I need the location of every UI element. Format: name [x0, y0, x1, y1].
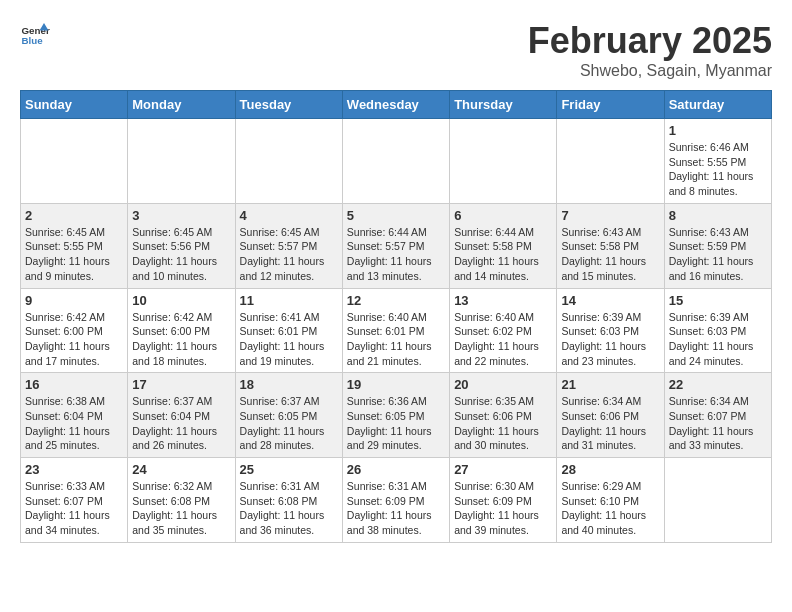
day-info: Sunrise: 6:34 AM Sunset: 6:06 PM Dayligh…	[561, 394, 659, 453]
calendar-cell: 2Sunrise: 6:45 AM Sunset: 5:55 PM Daylig…	[21, 203, 128, 288]
day-info: Sunrise: 6:37 AM Sunset: 6:05 PM Dayligh…	[240, 394, 338, 453]
logo[interactable]: General Blue	[20, 20, 50, 50]
day-info: Sunrise: 6:42 AM Sunset: 6:00 PM Dayligh…	[25, 310, 123, 369]
weekday-header-tuesday: Tuesday	[235, 91, 342, 119]
day-info: Sunrise: 6:38 AM Sunset: 6:04 PM Dayligh…	[25, 394, 123, 453]
day-info: Sunrise: 6:43 AM Sunset: 5:58 PM Dayligh…	[561, 225, 659, 284]
day-number: 15	[669, 293, 767, 308]
day-number: 7	[561, 208, 659, 223]
calendar-cell: 22Sunrise: 6:34 AM Sunset: 6:07 PM Dayli…	[664, 373, 771, 458]
day-number: 4	[240, 208, 338, 223]
calendar-cell: 20Sunrise: 6:35 AM Sunset: 6:06 PM Dayli…	[450, 373, 557, 458]
day-info: Sunrise: 6:46 AM Sunset: 5:55 PM Dayligh…	[669, 140, 767, 199]
calendar-cell	[128, 119, 235, 204]
calendar-cell: 9Sunrise: 6:42 AM Sunset: 6:00 PM Daylig…	[21, 288, 128, 373]
day-number: 26	[347, 462, 445, 477]
day-info: Sunrise: 6:45 AM Sunset: 5:56 PM Dayligh…	[132, 225, 230, 284]
day-number: 20	[454, 377, 552, 392]
day-info: Sunrise: 6:31 AM Sunset: 6:09 PM Dayligh…	[347, 479, 445, 538]
weekday-header-friday: Friday	[557, 91, 664, 119]
calendar-cell: 25Sunrise: 6:31 AM Sunset: 6:08 PM Dayli…	[235, 458, 342, 543]
calendar-cell: 19Sunrise: 6:36 AM Sunset: 6:05 PM Dayli…	[342, 373, 449, 458]
day-number: 21	[561, 377, 659, 392]
weekday-header-thursday: Thursday	[450, 91, 557, 119]
calendar-cell: 6Sunrise: 6:44 AM Sunset: 5:58 PM Daylig…	[450, 203, 557, 288]
weekday-header-sunday: Sunday	[21, 91, 128, 119]
day-info: Sunrise: 6:40 AM Sunset: 6:02 PM Dayligh…	[454, 310, 552, 369]
calendar-week-row: 23Sunrise: 6:33 AM Sunset: 6:07 PM Dayli…	[21, 458, 772, 543]
day-number: 23	[25, 462, 123, 477]
day-info: Sunrise: 6:35 AM Sunset: 6:06 PM Dayligh…	[454, 394, 552, 453]
day-number: 14	[561, 293, 659, 308]
calendar-cell: 10Sunrise: 6:42 AM Sunset: 6:00 PM Dayli…	[128, 288, 235, 373]
day-number: 25	[240, 462, 338, 477]
weekday-header-wednesday: Wednesday	[342, 91, 449, 119]
day-info: Sunrise: 6:41 AM Sunset: 6:01 PM Dayligh…	[240, 310, 338, 369]
day-info: Sunrise: 6:37 AM Sunset: 6:04 PM Dayligh…	[132, 394, 230, 453]
calendar-cell: 5Sunrise: 6:44 AM Sunset: 5:57 PM Daylig…	[342, 203, 449, 288]
calendar-cell: 11Sunrise: 6:41 AM Sunset: 6:01 PM Dayli…	[235, 288, 342, 373]
day-number: 10	[132, 293, 230, 308]
day-info: Sunrise: 6:30 AM Sunset: 6:09 PM Dayligh…	[454, 479, 552, 538]
calendar-cell: 8Sunrise: 6:43 AM Sunset: 5:59 PM Daylig…	[664, 203, 771, 288]
calendar-cell: 4Sunrise: 6:45 AM Sunset: 5:57 PM Daylig…	[235, 203, 342, 288]
calendar-week-row: 16Sunrise: 6:38 AM Sunset: 6:04 PM Dayli…	[21, 373, 772, 458]
calendar-cell	[21, 119, 128, 204]
day-number: 17	[132, 377, 230, 392]
day-info: Sunrise: 6:44 AM Sunset: 5:57 PM Dayligh…	[347, 225, 445, 284]
day-number: 9	[25, 293, 123, 308]
day-number: 27	[454, 462, 552, 477]
calendar-cell: 26Sunrise: 6:31 AM Sunset: 6:09 PM Dayli…	[342, 458, 449, 543]
day-number: 5	[347, 208, 445, 223]
day-number: 8	[669, 208, 767, 223]
day-info: Sunrise: 6:29 AM Sunset: 6:10 PM Dayligh…	[561, 479, 659, 538]
weekday-header-row: SundayMondayTuesdayWednesdayThursdayFrid…	[21, 91, 772, 119]
day-number: 12	[347, 293, 445, 308]
calendar-cell: 23Sunrise: 6:33 AM Sunset: 6:07 PM Dayli…	[21, 458, 128, 543]
calendar-cell: 18Sunrise: 6:37 AM Sunset: 6:05 PM Dayli…	[235, 373, 342, 458]
calendar-cell: 1Sunrise: 6:46 AM Sunset: 5:55 PM Daylig…	[664, 119, 771, 204]
day-number: 19	[347, 377, 445, 392]
day-info: Sunrise: 6:32 AM Sunset: 6:08 PM Dayligh…	[132, 479, 230, 538]
calendar-cell: 28Sunrise: 6:29 AM Sunset: 6:10 PM Dayli…	[557, 458, 664, 543]
calendar-cell: 27Sunrise: 6:30 AM Sunset: 6:09 PM Dayli…	[450, 458, 557, 543]
weekday-header-saturday: Saturday	[664, 91, 771, 119]
calendar-cell: 7Sunrise: 6:43 AM Sunset: 5:58 PM Daylig…	[557, 203, 664, 288]
day-number: 22	[669, 377, 767, 392]
calendar-cell	[235, 119, 342, 204]
weekday-header-monday: Monday	[128, 91, 235, 119]
calendar-week-row: 9Sunrise: 6:42 AM Sunset: 6:00 PM Daylig…	[21, 288, 772, 373]
calendar-cell: 21Sunrise: 6:34 AM Sunset: 6:06 PM Dayli…	[557, 373, 664, 458]
day-info: Sunrise: 6:39 AM Sunset: 6:03 PM Dayligh…	[561, 310, 659, 369]
day-info: Sunrise: 6:43 AM Sunset: 5:59 PM Dayligh…	[669, 225, 767, 284]
day-info: Sunrise: 6:33 AM Sunset: 6:07 PM Dayligh…	[25, 479, 123, 538]
calendar-cell: 13Sunrise: 6:40 AM Sunset: 6:02 PM Dayli…	[450, 288, 557, 373]
day-number: 1	[669, 123, 767, 138]
calendar-week-row: 2Sunrise: 6:45 AM Sunset: 5:55 PM Daylig…	[21, 203, 772, 288]
title-section: February 2025 Shwebo, Sagain, Myanmar	[528, 20, 772, 80]
calendar-table: SundayMondayTuesdayWednesdayThursdayFrid…	[20, 90, 772, 543]
calendar-cell	[557, 119, 664, 204]
calendar-cell: 17Sunrise: 6:37 AM Sunset: 6:04 PM Dayli…	[128, 373, 235, 458]
calendar-cell: 12Sunrise: 6:40 AM Sunset: 6:01 PM Dayli…	[342, 288, 449, 373]
calendar-cell	[342, 119, 449, 204]
day-info: Sunrise: 6:36 AM Sunset: 6:05 PM Dayligh…	[347, 394, 445, 453]
day-number: 16	[25, 377, 123, 392]
main-title: February 2025	[528, 20, 772, 62]
day-number: 24	[132, 462, 230, 477]
calendar-cell	[664, 458, 771, 543]
day-number: 6	[454, 208, 552, 223]
day-number: 3	[132, 208, 230, 223]
day-info: Sunrise: 6:31 AM Sunset: 6:08 PM Dayligh…	[240, 479, 338, 538]
calendar-week-row: 1Sunrise: 6:46 AM Sunset: 5:55 PM Daylig…	[21, 119, 772, 204]
calendar-cell: 24Sunrise: 6:32 AM Sunset: 6:08 PM Dayli…	[128, 458, 235, 543]
calendar-cell: 16Sunrise: 6:38 AM Sunset: 6:04 PM Dayli…	[21, 373, 128, 458]
calendar-cell: 14Sunrise: 6:39 AM Sunset: 6:03 PM Dayli…	[557, 288, 664, 373]
calendar-cell: 15Sunrise: 6:39 AM Sunset: 6:03 PM Dayli…	[664, 288, 771, 373]
calendar-cell: 3Sunrise: 6:45 AM Sunset: 5:56 PM Daylig…	[128, 203, 235, 288]
day-info: Sunrise: 6:34 AM Sunset: 6:07 PM Dayligh…	[669, 394, 767, 453]
subtitle: Shwebo, Sagain, Myanmar	[528, 62, 772, 80]
page-header: General Blue February 2025 Shwebo, Sagai…	[20, 20, 772, 80]
day-info: Sunrise: 6:39 AM Sunset: 6:03 PM Dayligh…	[669, 310, 767, 369]
day-number: 2	[25, 208, 123, 223]
